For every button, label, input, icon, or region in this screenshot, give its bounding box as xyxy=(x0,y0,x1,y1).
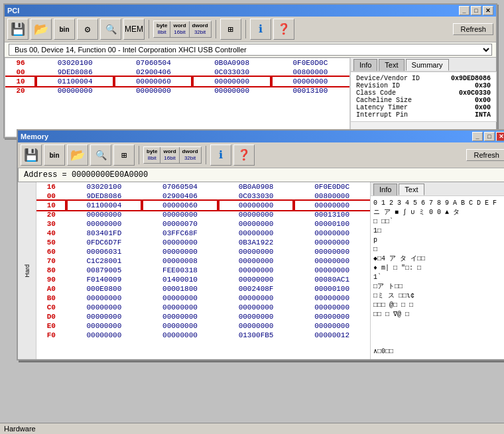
pci-data-cell[interactable]: 01100004 xyxy=(36,77,114,86)
mem-data-cell[interactable]: 00000000 xyxy=(294,266,370,275)
table-row[interactable]: A0000E0800000018000002408F00000100 xyxy=(36,284,370,294)
mem-data-cell[interactable]: 00000000 xyxy=(142,294,218,303)
device-select[interactable]: Bus 00, Device 14, Function 00 - Intel C… xyxy=(9,44,492,56)
mem-dword-button[interactable]: dword 32bit xyxy=(180,147,201,162)
close-button[interactable]: ✕ xyxy=(483,6,493,15)
mem-data-cell[interactable]: 00000000 xyxy=(66,331,143,340)
pci-data-cell[interactable]: 03020100 xyxy=(36,58,114,68)
pci-data-cell[interactable]: 00013100 xyxy=(271,86,349,95)
mem-grid-button[interactable]: ⊞ xyxy=(113,144,135,166)
mem-data-cell[interactable]: 0C033030 xyxy=(218,191,294,201)
mem-data-cell[interactable]: 00000070 xyxy=(142,219,218,229)
mem-data-cell[interactable]: 00000000 xyxy=(218,210,294,219)
table-row[interactable]: F0000000000000000001300FB500000012 xyxy=(36,331,370,340)
table-row[interactable]: 90F0140009014000100000000000080AC1 xyxy=(36,275,370,284)
pci-data-cell[interactable]: 00000000 xyxy=(271,77,349,86)
byte-button[interactable]: byte 8bit xyxy=(154,21,170,36)
tab-info[interactable]: Info xyxy=(353,59,377,71)
mem-save-button[interactable]: 💾 xyxy=(21,144,42,166)
mem-search-button[interactable]: 🔍 xyxy=(90,144,111,166)
table-row[interactable]: 2000000000000000000000000000013100 xyxy=(5,86,349,95)
table-row[interactable]: 009DED8086029004060C03303000800000 xyxy=(5,68,349,77)
mem-close-button[interactable]: ✕ xyxy=(496,132,504,141)
table-row[interactable]: 70C1C28001000000080000000000000000 xyxy=(36,256,370,266)
mem-data-cell[interactable]: 00000000 xyxy=(66,321,143,331)
mem-byte-button[interactable]: byte 8bit xyxy=(144,147,160,162)
mem-data-cell[interactable]: 00000000 xyxy=(66,294,143,303)
mem-data-cell[interactable]: 00000000 xyxy=(218,229,294,238)
mem-data-cell[interactable]: 00000000 xyxy=(294,201,370,210)
mem-data-cell[interactable]: 00000000 xyxy=(142,312,218,321)
mem-data-cell[interactable]: 0002408F xyxy=(218,284,294,294)
mem-maximize-button[interactable]: □ xyxy=(484,132,495,141)
table-row[interactable]: 6000006031000000000000000000000000 xyxy=(36,247,370,256)
mem-data-cell[interactable]: 0B0A0908 xyxy=(218,182,294,191)
table-row[interactable]: 40803401FD03FFC68F0000000000000000 xyxy=(36,229,370,238)
pci-data-cell[interactable]: 07060504 xyxy=(114,58,192,68)
table-row[interactable]: 2000000000000000000000000000013100 xyxy=(36,210,370,219)
binary-button[interactable]: bin xyxy=(54,19,75,40)
pci-data-cell[interactable]: 0B0A0908 xyxy=(192,58,271,68)
pci-data-cell[interactable]: 0C033030 xyxy=(192,68,271,77)
mem-data-cell[interactable]: 00000000 xyxy=(66,303,143,312)
grid-button[interactable]: ⊞ xyxy=(220,19,241,40)
mem-data-cell[interactable]: 03FFC68F xyxy=(142,229,218,238)
open-button[interactable]: 📂 xyxy=(31,19,52,40)
mem-data-cell[interactable]: 00000000 xyxy=(218,247,294,256)
memory-button[interactable]: MEM xyxy=(123,19,145,40)
mem-data-cell[interactable]: 00000100 xyxy=(294,219,370,229)
word-button[interactable]: word 16bit xyxy=(170,21,189,36)
minimize-button[interactable]: _ xyxy=(459,6,470,15)
mem-data-cell[interactable]: 9DED8086 xyxy=(66,191,143,201)
mem-data-cell[interactable]: 00000000 xyxy=(218,256,294,266)
mem-data-cell[interactable]: 00000000 xyxy=(218,266,294,275)
mem-data-cell[interactable]: 01400010 xyxy=(142,275,218,284)
mem-data-cell[interactable]: 00000000 xyxy=(66,219,143,229)
table-row[interactable]: 1001100004000000600000000000000000 xyxy=(36,201,370,210)
mem-info-button[interactable]: ℹ xyxy=(210,144,231,166)
search-button[interactable]: 🔍 xyxy=(100,19,121,40)
config-button[interactable]: ⚙ xyxy=(77,19,98,40)
mem-data-cell[interactable]: 00000000 xyxy=(218,312,294,321)
mem-data-cell[interactable]: 00000000 xyxy=(218,201,294,210)
mem-data-cell[interactable]: 07060504 xyxy=(142,182,218,191)
mem-data-cell[interactable]: 000E0800 xyxy=(66,284,143,294)
mem-data-cell[interactable]: 0B3A1922 xyxy=(218,238,294,247)
table-row[interactable]: C000000000000000000000000000000000 xyxy=(36,303,370,312)
mem-data-cell[interactable]: 00000000 xyxy=(218,303,294,312)
mem-data-cell[interactable]: 00879005 xyxy=(66,266,143,275)
table-row[interactable]: 3000000000000000700000000000000100 xyxy=(36,219,370,229)
mem-data-cell[interactable]: 00000000 xyxy=(142,247,218,256)
pci-data-cell[interactable]: 0F0E0D0C xyxy=(271,58,349,68)
mem-data-cell[interactable]: 00000000 xyxy=(142,210,218,219)
table-row[interactable]: 500FDC6D7F000000000B3A192200000000 xyxy=(36,238,370,247)
mem-data-cell[interactable]: 00001800 xyxy=(142,284,218,294)
mem-data-cell[interactable]: 00006031 xyxy=(66,247,143,256)
pci-data-cell[interactable]: 9DED8086 xyxy=(36,68,114,77)
mem-data-cell[interactable]: 00013100 xyxy=(294,210,370,219)
mem-data-cell[interactable]: 00000000 xyxy=(142,331,218,340)
mem-data-cell[interactable]: 03020100 xyxy=(66,182,143,191)
info-button[interactable]: ℹ xyxy=(250,19,271,40)
mem-tab-text[interactable]: Text xyxy=(399,184,424,195)
table-row[interactable]: B000000000000000000000000000000000 xyxy=(36,294,370,303)
mem-data-cell[interactable]: 803401FD xyxy=(66,229,143,238)
mem-data-cell[interactable]: 00000060 xyxy=(142,201,218,210)
mem-binary-button[interactable]: bin xyxy=(44,144,65,166)
mem-data-cell[interactable]: 00000000 xyxy=(294,312,370,321)
mem-data-cell[interactable]: 00000000 xyxy=(142,321,218,331)
mem-data-cell[interactable]: C1C28001 xyxy=(66,256,143,266)
mem-data-cell[interactable]: 00000000 xyxy=(66,312,143,321)
mem-data-cell[interactable]: 00000012 xyxy=(294,331,370,340)
pci-data-cell[interactable]: 00000000 xyxy=(192,77,271,86)
mem-data-cell[interactable]: 00080AC1 xyxy=(294,275,370,284)
mem-data-cell[interactable]: 00000000 xyxy=(294,256,370,266)
mem-data-cell[interactable]: 00000000 xyxy=(218,321,294,331)
table-row[interactable]: 1001100004000000600000000000000000 xyxy=(5,77,349,86)
mem-data-cell[interactable]: 00000000 xyxy=(218,219,294,229)
mem-data-cell[interactable]: 00000000 xyxy=(142,238,218,247)
memory-refresh-button[interactable]: Refresh xyxy=(466,149,504,161)
table-row[interactable]: D000000000000000000000000000000000 xyxy=(36,312,370,321)
mem-data-cell[interactable]: 00800000 xyxy=(294,191,370,201)
mem-data-cell[interactable]: 00000000 xyxy=(294,229,370,238)
